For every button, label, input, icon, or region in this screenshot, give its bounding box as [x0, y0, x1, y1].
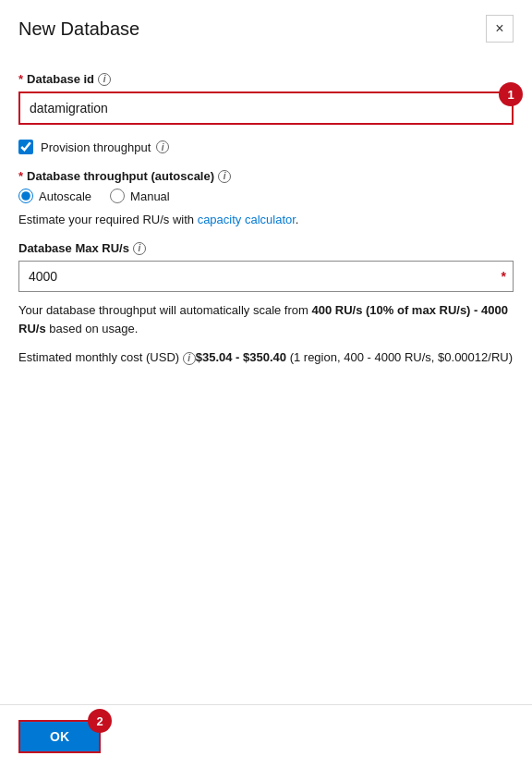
throughput-info-icon[interactable]: i	[218, 170, 231, 183]
throughput-label: Database throughput (autoscale)	[27, 169, 214, 183]
step-2-badge: 2	[88, 709, 112, 733]
provision-throughput-checkbox[interactable]	[18, 140, 33, 154]
max-rus-label-row: Database Max RU/s i	[18, 241, 514, 255]
cost-info-icon[interactable]: i	[183, 352, 196, 365]
close-button[interactable]: ×	[486, 15, 514, 43]
provision-throughput-info-icon[interactable]: i	[156, 140, 169, 153]
database-id-info-icon[interactable]: i	[98, 73, 111, 86]
step-1-badge: 1	[499, 82, 523, 106]
dialog-header: New Database ×	[0, 0, 532, 54]
cost-details: (1 region, 400 - 4000 RU/s, $0.00012/RU)	[286, 350, 513, 364]
database-id-label-row: * Database id i	[18, 72, 514, 86]
autoscale-radio[interactable]	[18, 189, 33, 203]
max-rus-label: Database Max RU/s	[18, 241, 129, 255]
max-rus-input-wrapper: *	[18, 261, 514, 292]
provision-throughput-row: Provision throughput i	[18, 140, 514, 154]
database-id-input-wrapper: 1	[18, 91, 514, 125]
close-icon: ×	[495, 20, 503, 37]
manual-radio[interactable]	[110, 189, 125, 203]
max-rus-input[interactable]	[18, 261, 514, 292]
manual-option[interactable]: Manual	[110, 189, 170, 203]
capacity-calculator-row: Estimate your required RU/s with capacit…	[18, 213, 514, 226]
scale-mid: (10% of max RU/s) -	[362, 303, 481, 317]
throughput-label-row: * Database throughput (autoscale) i	[18, 169, 514, 183]
max-rus-info-icon[interactable]: i	[133, 242, 146, 255]
cost-info: Estimated monthly cost (USD) i$35.04 - $…	[18, 348, 514, 367]
ok-button-wrapper: 2 OK	[18, 720, 101, 753]
scale-info: Your database throughput will automatica…	[18, 301, 514, 337]
database-id-group: * Database id i 1	[18, 72, 514, 125]
scale-min: 400 RU/s	[311, 303, 362, 317]
max-rus-required-star: *	[502, 269, 506, 284]
autoscale-option[interactable]: Autoscale	[18, 189, 91, 203]
required-star: *	[18, 72, 23, 86]
throughput-mode-row: Autoscale Manual	[18, 189, 514, 203]
dialog-title: New Database	[18, 18, 139, 40]
capacity-calculator-link[interactable]: capacity calculator	[198, 213, 296, 226]
dialog-content: * Database id i 1 Provision throughput i	[0, 54, 532, 704]
database-id-label: Database id	[27, 72, 94, 86]
throughput-required-star: *	[18, 169, 23, 183]
cost-range: $35.04 - $350.40	[196, 350, 286, 364]
provision-throughput-label: Provision throughput i	[41, 140, 169, 154]
database-id-input[interactable]	[18, 91, 514, 125]
dialog-footer: 2 OK	[0, 704, 532, 768]
new-database-dialog: New Database × * Database id i 1	[0, 0, 532, 768]
throughput-group: * Database throughput (autoscale) i Auto…	[18, 169, 514, 367]
